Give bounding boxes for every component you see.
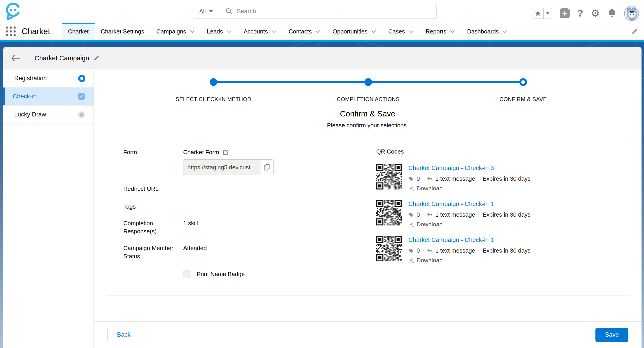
qr-download-link[interactable]: Download <box>408 257 530 264</box>
back-button[interactable]: Back <box>107 328 140 342</box>
qr-title-link[interactable]: Charket Campaign - Check-in 1 <box>408 236 530 243</box>
sidebar-item-registration[interactable]: Registration <box>4 69 94 88</box>
tag-icon <box>408 176 414 182</box>
tab-cases[interactable]: Cases <box>382 23 420 40</box>
favorites-star-icon[interactable] <box>532 8 544 19</box>
qr-codes-section: QR Codes Charket Campaign - Check-in 3 0… <box>376 148 530 264</box>
charket-logo-icon <box>5 2 21 20</box>
save-button[interactable]: Save <box>596 328 628 342</box>
qr-row: Charket Campaign - Check-in 1 0 · 1 text… <box>376 200 530 228</box>
app-launcher-icon[interactable] <box>0 23 22 40</box>
sidebar-item-label: Registration <box>14 75 47 82</box>
field-campaign-member-status: Campaign Member Status Attended <box>123 244 363 260</box>
help-icon[interactable]: ? <box>577 8 583 19</box>
checkbox-label: Print Name Badge <box>197 271 245 278</box>
chevron-down-icon <box>502 30 507 33</box>
setup-gear-icon[interactable]: ⚙ <box>591 8 600 18</box>
field-value <box>183 203 363 211</box>
field-value: 1 skill <box>183 219 363 235</box>
chevron-down-icon <box>226 30 232 33</box>
separator: · <box>422 175 424 182</box>
qr-scan-count: 0 <box>416 175 420 182</box>
qr-row: Charket Campaign - Check-in 3 0 · 1 text… <box>376 164 530 192</box>
search-input[interactable] <box>237 8 436 15</box>
stepper-dot-complete[interactable] <box>210 78 217 86</box>
external-link-icon[interactable] <box>223 149 228 155</box>
chevron-down-icon <box>315 30 320 33</box>
reply-icon <box>427 248 432 253</box>
global-actions-plus-icon[interactable]: + <box>560 8 570 18</box>
sidebar-item-label: Lucky Draw <box>14 111 46 118</box>
qr-message: 1 text message <box>435 247 475 254</box>
qr-title-link[interactable]: Charket Campaign - Check-in 1 <box>408 201 530 208</box>
search-icon <box>226 8 233 15</box>
favorites-split-button <box>532 8 552 19</box>
form-url-value[interactable]: https://staging5.dev.cust <box>184 160 260 175</box>
qr-download-link[interactable]: Download <box>408 221 530 228</box>
search-scope-dropdown[interactable]: All <box>193 4 219 18</box>
field-value: Attended <box>183 244 363 260</box>
field-redirect-url: Redirect URL <box>123 185 363 193</box>
print-name-badge-checkbox[interactable] <box>183 270 191 278</box>
favorites-caret-icon[interactable] <box>544 8 552 19</box>
tab-dashboards[interactable]: Dashboards <box>461 23 514 40</box>
print-name-badge-row: Print Name Badge <box>183 270 363 278</box>
tag-icon <box>408 248 414 253</box>
card-body: Registration Check-in ✓ Lucky Draw <box>4 69 642 348</box>
step-subheading: Please confirm your selections. <box>94 122 642 129</box>
qr-scan-count: 0 <box>416 247 420 254</box>
field-label: Campaign Member Status <box>123 244 175 260</box>
separator: · <box>422 247 424 254</box>
chevron-down-icon <box>371 30 376 33</box>
nav-edit-pencil-icon[interactable] <box>631 23 638 40</box>
chevron-down-icon <box>190 30 195 33</box>
card-header: Charket Campaign <box>4 47 642 69</box>
title-edit-pencil-icon[interactable] <box>93 55 99 61</box>
tab-reports[interactable]: Reports <box>420 23 461 40</box>
tab-contacts[interactable]: Contacts <box>282 23 327 40</box>
qr-message: 1 text message <box>435 175 475 182</box>
separator: · <box>478 247 480 254</box>
wizard-content: SELECT CHECK-IN METHOD COMPLETION ACTION… <box>94 69 642 348</box>
separator: · <box>478 175 480 182</box>
download-icon <box>408 257 414 263</box>
qr-expires: Expires in 30 days <box>482 175 530 182</box>
wizard-sidebar: Registration Check-in ✓ Lucky Draw <box>4 69 94 348</box>
qr-download-link[interactable]: Download <box>408 185 530 192</box>
download-icon <box>408 222 414 227</box>
tab-accounts[interactable]: Accounts <box>238 23 282 40</box>
back-arrow-icon[interactable] <box>11 55 20 62</box>
chevron-down-icon <box>209 10 213 13</box>
tab-campaigns[interactable]: Campaigns <box>150 23 201 40</box>
qr-title-link[interactable]: Charket Campaign - Check-in 3 <box>408 165 530 172</box>
notifications-bell-icon[interactable] <box>608 8 616 18</box>
tab-leads[interactable]: Leads <box>201 23 238 40</box>
header-divider <box>27 53 27 63</box>
tab-charket-settings[interactable]: Charket Settings <box>95 23 150 40</box>
qr-expires: Expires in 30 days <box>482 247 530 254</box>
brand-accent-strip <box>0 40 644 42</box>
user-avatar[interactable] <box>624 6 639 21</box>
nav-tabs: Charket Charket Settings Campaigns Leads… <box>62 23 514 40</box>
step-check-icon: ✓ <box>78 93 86 100</box>
separator: · <box>422 211 424 218</box>
summary-fields: Form Charket Form <box>123 148 363 278</box>
chevron-down-icon <box>272 30 276 33</box>
form-url-box: https://staging5.dev.cust <box>183 159 274 175</box>
chevron-down-icon <box>450 30 455 33</box>
field-tags: Tags <box>123 203 363 211</box>
sidebar-item-lucky-draw[interactable]: Lucky Draw <box>4 106 94 124</box>
workspace-background: Charket Campaign Registration Check-in ✓… <box>0 42 644 348</box>
field-label: Completion Response(s) <box>123 219 173 235</box>
stepper-dot-complete[interactable] <box>364 78 372 86</box>
sidebar-item-label: Check-in <box>13 93 37 100</box>
sidebar-item-check-in[interactable]: Check-in ✓ <box>4 88 94 106</box>
tab-charket[interactable]: Charket <box>62 23 95 40</box>
stepper-dot-current[interactable] <box>519 78 527 86</box>
qr-row: Charket Campaign - Check-in 1 0 · 1 text… <box>376 236 530 264</box>
download-icon <box>408 186 414 192</box>
copy-icon[interactable] <box>260 160 273 175</box>
header-actions: + ? ⚙ <box>532 6 639 21</box>
stepper-label: COMPLETION ACTIONS <box>337 96 400 102</box>
tab-opportunities[interactable]: Opportunities <box>326 23 382 40</box>
